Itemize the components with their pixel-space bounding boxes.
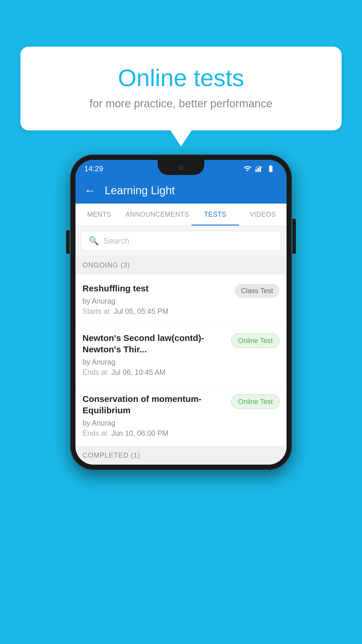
battery-icon: [267, 164, 275, 173]
back-button[interactable]: ←: [84, 184, 96, 197]
test-info-3: Conservation of momentum-Equilibrium by …: [82, 393, 231, 438]
test-info-2: Newton's Second law(contd)-Newton's Thir…: [82, 332, 231, 377]
ongoing-section-header: ONGOING (3): [75, 256, 287, 274]
svg-rect-1: [257, 168, 259, 172]
app-bar: ← Learning Light: [75, 177, 287, 204]
svg-rect-2: [259, 167, 261, 172]
test-author-2: by Anurag: [82, 358, 225, 366]
status-bar: 14:29: [75, 160, 287, 177]
test-author-1: by Anurag: [82, 297, 229, 305]
test-author-3: by Anurag: [82, 419, 225, 427]
test-date-3: Ends at Jun 10, 06:00 PM: [82, 429, 225, 438]
badge-online-test-3: Online Test: [231, 394, 280, 409]
test-info-1: Reshuffling test by Anurag Starts at Jul…: [82, 283, 235, 316]
badge-class-test-1: Class Test: [235, 284, 280, 298]
camera: [178, 165, 184, 170]
tabs-bar: MENTS ANNOUNCEMENTS TESTS VIDEOS: [75, 204, 287, 226]
phone-outer: 14:29: [70, 155, 292, 470]
tests-list: Reshuffling test by Anurag Starts at Jul…: [75, 274, 287, 446]
badge-online-test-2: Online Test: [231, 333, 280, 348]
svg-rect-0: [255, 169, 257, 172]
completed-section-header: COMPLETED (1): [75, 446, 287, 465]
test-title-2: Newton's Second law(contd)-Newton's Thir…: [82, 332, 225, 355]
speech-bubble: Online tests for more practice, better p…: [20, 47, 342, 130]
test-item-3[interactable]: Conservation of momentum-Equilibrium by …: [75, 385, 287, 446]
bubble-title: Online tests: [44, 64, 318, 92]
tab-tests[interactable]: TESTS: [191, 204, 239, 225]
search-container: 🔍 Search: [75, 226, 287, 256]
test-title-3: Conservation of momentum-Equilibrium: [82, 393, 225, 416]
search-placeholder: Search: [103, 236, 129, 246]
tab-ments[interactable]: MENTS: [75, 204, 123, 225]
test-item-2[interactable]: Newton's Second law(contd)-Newton's Thir…: [75, 324, 287, 385]
phone-screen: 14:29: [75, 160, 287, 465]
tab-videos[interactable]: VIDEOS: [239, 204, 287, 225]
wifi-icon: [243, 164, 252, 173]
app-title: Learning Light: [105, 184, 175, 197]
bubble-subtitle: for more practice, better performance: [44, 97, 318, 110]
test-date-1: Starts at Jul 05, 05:45 PM: [82, 307, 229, 316]
signal-icon: [255, 164, 263, 173]
search-bar[interactable]: 🔍 Search: [81, 231, 281, 251]
test-item-1[interactable]: Reshuffling test by Anurag Starts at Jul…: [75, 274, 287, 324]
test-title-1: Reshuffling test: [82, 283, 229, 294]
notch: [158, 160, 204, 175]
tab-announcements[interactable]: ANNOUNCEMENTS: [123, 204, 191, 225]
status-icons: [243, 164, 275, 173]
test-date-2: Ends at Jul 06, 10:45 AM: [82, 368, 225, 377]
speech-bubble-container: Online tests for more practice, better p…: [20, 47, 342, 130]
status-time: 14:29: [84, 164, 103, 173]
phone-device: 14:29: [70, 155, 292, 470]
search-icon: 🔍: [89, 236, 99, 246]
